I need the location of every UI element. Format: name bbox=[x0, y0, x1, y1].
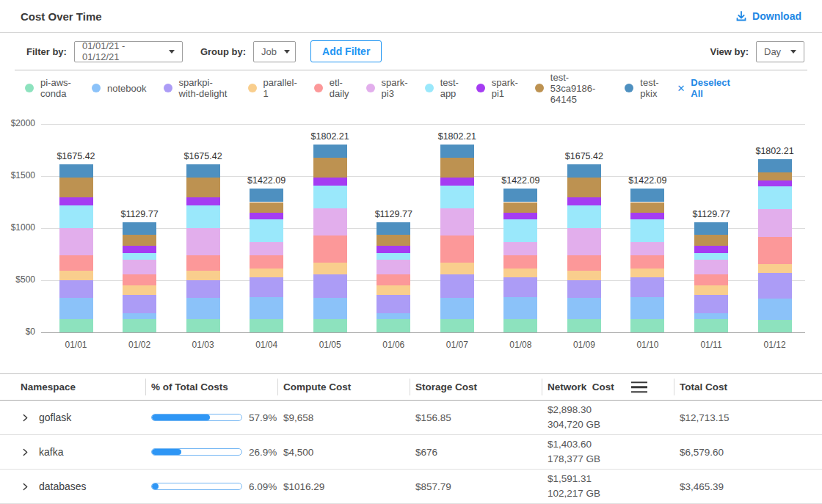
bar-segment-spark-pi1-01/10[interactable] bbox=[630, 213, 664, 219]
bar-segment-test-pkix-01/11[interactable] bbox=[694, 222, 728, 235]
bar-segment-spark-pi1-01/09[interactable] bbox=[567, 197, 601, 205]
bar-segment-test-app-01/07[interactable] bbox=[440, 186, 474, 208]
bar-segment-test-53ca9186-64145-01/06[interactable] bbox=[377, 235, 410, 245]
bar-segment-notebook-01/03[interactable] bbox=[186, 298, 220, 319]
bar-segment-test-53ca9186-64145-01/08[interactable] bbox=[503, 202, 537, 213]
bar-segment-notebook-01/08[interactable] bbox=[503, 297, 537, 319]
bar-segment-notebook-01/04[interactable] bbox=[250, 297, 283, 319]
column-header-storage-cost[interactable]: Storage Cost bbox=[395, 381, 527, 392]
bar-segment-etl-daily-01/09[interactable] bbox=[567, 255, 601, 271]
bar-segment-test-pkix-01/01[interactable] bbox=[59, 164, 93, 178]
bar-segment-pi-aws-conda-01/10[interactable] bbox=[630, 319, 664, 332]
download-button[interactable]: Download bbox=[735, 10, 801, 22]
bar-segment-sparkpi-with-delight-01/08[interactable] bbox=[503, 277, 537, 297]
bar-segment-parallel-1-01/01[interactable] bbox=[59, 271, 93, 280]
bar-segment-test-53ca9186-64145-01/01[interactable] bbox=[59, 178, 93, 197]
bar-segment-notebook-01/01[interactable] bbox=[59, 298, 93, 319]
bar-segment-sparkpi-with-delight-01/05[interactable] bbox=[313, 274, 347, 298]
bar-segment-pi-aws-conda-01/06[interactable] bbox=[377, 319, 410, 332]
chevron-right-icon[interactable] bbox=[21, 448, 30, 457]
bar-segment-parallel-1-01/03[interactable] bbox=[186, 271, 220, 280]
bar-segment-sparkpi-with-delight-01/06[interactable] bbox=[377, 295, 410, 313]
bar-segment-test-pkix-01/06[interactable] bbox=[377, 222, 410, 235]
bar-segment-etl-daily-01/01[interactable] bbox=[59, 255, 93, 271]
bar-segment-pi-aws-conda-01/07[interactable] bbox=[440, 319, 474, 332]
bar-segment-test-app-01/09[interactable] bbox=[567, 205, 601, 228]
bar-segment-test-53ca9186-64145-01/09[interactable] bbox=[567, 178, 601, 197]
bar-segment-test-pkix-01/09[interactable] bbox=[567, 164, 601, 178]
bar-segment-etl-daily-01/03[interactable] bbox=[186, 255, 220, 271]
bar-segment-test-app-01/11[interactable] bbox=[694, 253, 728, 260]
bar-segment-test-pkix-01/07[interactable] bbox=[440, 145, 474, 158]
legend-item-sparkpi-with-delight[interactable]: sparkpi-with-delight bbox=[164, 77, 231, 99]
bar-segment-notebook-01/11[interactable] bbox=[694, 313, 728, 319]
bar-segment-test-pkix-01/08[interactable] bbox=[503, 189, 537, 202]
bar-segment-notebook-01/09[interactable] bbox=[567, 298, 601, 319]
bar-segment-sparkpi-with-delight-01/04[interactable] bbox=[250, 277, 283, 297]
bar-segment-spark-pi1-01/07[interactable] bbox=[440, 178, 474, 186]
bar-segment-spark-pi1-01/05[interactable] bbox=[313, 178, 347, 186]
bar-segment-pi-aws-conda-01/11[interactable] bbox=[694, 319, 728, 332]
bar-segment-spark-pi3-01/11[interactable] bbox=[694, 260, 728, 274]
legend-item-pi-aws-conda[interactable]: pi-aws-conda bbox=[25, 77, 75, 99]
bar-segment-etl-daily-01/06[interactable] bbox=[377, 274, 410, 285]
bar-segment-test-53ca9186-64145-01/11[interactable] bbox=[694, 235, 728, 245]
bar-segment-etl-daily-01/04[interactable] bbox=[250, 255, 283, 269]
bar-segment-sparkpi-with-delight-01/02[interactable] bbox=[123, 295, 156, 313]
bar-segment-test-app-01/05[interactable] bbox=[313, 186, 347, 208]
view-by-select[interactable]: Day bbox=[756, 41, 804, 62]
bar-segment-test-app-01/08[interactable] bbox=[503, 219, 537, 242]
bar-segment-etl-daily-01/07[interactable] bbox=[440, 235, 474, 263]
column-header-compute-cost[interactable]: Compute Cost bbox=[263, 381, 395, 392]
bar-segment-spark-pi1-01/08[interactable] bbox=[503, 213, 537, 219]
bar-segment-spark-pi3-01/09[interactable] bbox=[567, 228, 601, 255]
menu-icon[interactable] bbox=[631, 381, 647, 393]
bar-segment-spark-pi3-01/06[interactable] bbox=[377, 260, 410, 274]
bar-segment-notebook-01/05[interactable] bbox=[313, 298, 347, 319]
bar-segment-etl-daily-01/08[interactable] bbox=[503, 255, 537, 269]
chevron-right-icon[interactable] bbox=[21, 413, 30, 423]
legend-item-test-53ca9186-64145[interactable]: test-53ca9186-64145 bbox=[535, 72, 608, 105]
bar-segment-test-app-01/03[interactable] bbox=[186, 205, 220, 228]
bar-segment-sparkpi-with-delight-01/12[interactable] bbox=[758, 273, 792, 299]
bar-segment-test-53ca9186-64145-01/12[interactable] bbox=[758, 172, 792, 180]
legend-item-spark-pi1[interactable]: spark-pi1 bbox=[476, 77, 518, 99]
bar-segment-etl-daily-01/11[interactable] bbox=[694, 274, 728, 285]
bar-segment-spark-pi3-01/05[interactable] bbox=[313, 208, 347, 235]
bar-segment-pi-aws-conda-01/05[interactable] bbox=[313, 319, 347, 332]
column-header-total-cost[interactable]: Total Cost bbox=[659, 381, 822, 392]
bar-segment-spark-pi3-01/01[interactable] bbox=[59, 228, 93, 255]
bar-segment-etl-daily-01/05[interactable] bbox=[313, 235, 347, 263]
bar-segment-test-app-01/12[interactable] bbox=[758, 186, 792, 210]
bar-segment-spark-pi1-01/04[interactable] bbox=[250, 213, 283, 219]
bar-segment-parallel-1-01/10[interactable] bbox=[630, 269, 664, 277]
bar-segment-test-53ca9186-64145-01/07[interactable] bbox=[440, 158, 474, 178]
bar-segment-sparkpi-with-delight-01/10[interactable] bbox=[630, 277, 664, 297]
bar-segment-test-app-01/10[interactable] bbox=[630, 219, 664, 242]
bar-segment-test-pkix-01/04[interactable] bbox=[250, 189, 283, 202]
bar-segment-spark-pi3-01/07[interactable] bbox=[440, 208, 474, 235]
bar-segment-notebook-01/07[interactable] bbox=[440, 298, 474, 319]
column-header-namespace[interactable]: Namespace bbox=[0, 381, 131, 392]
bar-segment-test-53ca9186-64145-01/10[interactable] bbox=[630, 202, 664, 213]
group-by-select[interactable]: Job bbox=[253, 41, 296, 62]
legend-item-test-pkix[interactable]: test-pkix bbox=[625, 77, 660, 99]
bar-segment-spark-pi3-01/02[interactable] bbox=[123, 260, 156, 274]
deselect-all-button[interactable]: ✕ Deselect All bbox=[677, 77, 731, 99]
bar-segment-parallel-1-01/02[interactable] bbox=[123, 285, 156, 295]
bar-segment-test-53ca9186-64145-01/02[interactable] bbox=[123, 235, 156, 245]
bar-segment-parallel-1-01/12[interactable] bbox=[758, 264, 792, 274]
bar-segment-notebook-01/12[interactable] bbox=[758, 299, 792, 320]
bar-segment-test-app-01/06[interactable] bbox=[377, 253, 410, 260]
bar-segment-parallel-1-01/09[interactable] bbox=[567, 271, 601, 280]
bar-segment-test-app-01/01[interactable] bbox=[59, 205, 93, 228]
bar-segment-notebook-01/10[interactable] bbox=[630, 297, 664, 319]
bar-segment-parallel-1-01/06[interactable] bbox=[377, 285, 410, 295]
bar-segment-notebook-01/06[interactable] bbox=[377, 313, 410, 319]
bar-segment-sparkpi-with-delight-01/07[interactable] bbox=[440, 274, 474, 298]
bar-segment-etl-daily-01/02[interactable] bbox=[123, 274, 156, 285]
bar-segment-spark-pi1-01/02[interactable] bbox=[123, 246, 156, 253]
date-range-select[interactable]: 01/01/21 - 01/12/21 bbox=[74, 41, 183, 62]
legend-item-parallel-1[interactable]: parallel-1 bbox=[248, 77, 297, 99]
bar-segment-test-pkix-01/03[interactable] bbox=[186, 164, 220, 178]
